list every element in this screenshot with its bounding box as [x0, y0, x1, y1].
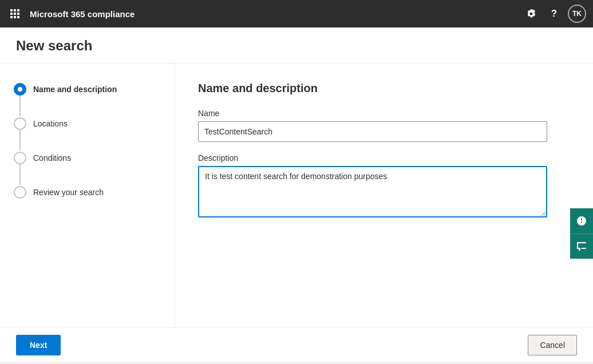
step-1-label: Name and description: [33, 84, 117, 94]
svg-rect-4: [14, 13, 16, 15]
page-title: New search: [16, 38, 577, 54]
step-4-circle: [14, 186, 26, 199]
grid-icon[interactable]: [7, 6, 23, 22]
svg-rect-6: [10, 16, 13, 18]
step-3-circle: [14, 152, 26, 164]
step-4: Review your search: [14, 185, 161, 199]
description-input[interactable]: It is test content search for demonstrat…: [198, 166, 547, 217]
description-field-group: Description It is test content search fo…: [198, 153, 570, 219]
feedback-icon[interactable]: [570, 234, 593, 259]
svg-rect-5: [17, 13, 19, 15]
topbar-icons: ? TK: [522, 5, 586, 23]
main-content: Name and description Locations Condition…: [0, 64, 593, 327]
step-2-circle: [14, 117, 26, 130]
step-3-label: Conditions: [33, 152, 71, 163]
step-1-circle: [14, 83, 26, 96]
help-chat-icon[interactable]: [570, 208, 593, 234]
description-label: Description: [198, 153, 570, 163]
stepper-panel: Name and description Locations Condition…: [0, 64, 175, 327]
step-2-label: Locations: [33, 118, 68, 128]
help-icon[interactable]: ?: [545, 5, 563, 23]
svg-rect-7: [14, 16, 16, 18]
name-label: Name: [198, 109, 570, 118]
topbar: Microsoft 365 compliance ? TK: [0, 0, 593, 27]
avatar[interactable]: TK: [568, 5, 586, 23]
step-1: Name and description: [14, 82, 161, 116]
svg-rect-2: [17, 9, 19, 11]
footer-bar: Next Cancel: [0, 327, 593, 362]
name-field-group: Name: [198, 109, 570, 142]
side-float-panel: [570, 208, 593, 259]
svg-rect-3: [10, 13, 13, 15]
svg-rect-1: [14, 9, 16, 11]
step-4-label: Review your search: [33, 187, 104, 197]
settings-icon[interactable]: [522, 5, 540, 23]
name-input[interactable]: [198, 121, 547, 142]
next-button[interactable]: Next: [16, 335, 61, 355]
cancel-button[interactable]: Cancel: [528, 335, 577, 355]
app-title: Microsoft 365 compliance: [30, 9, 515, 19]
step-3: Conditions: [14, 151, 161, 185]
svg-rect-0: [10, 9, 13, 11]
step-2: Locations: [14, 116, 161, 151]
svg-rect-8: [17, 16, 19, 18]
page-header: New search: [0, 27, 593, 64]
form-section-title: Name and description: [198, 82, 570, 95]
form-panel: Name and description Name Description It…: [175, 64, 593, 327]
